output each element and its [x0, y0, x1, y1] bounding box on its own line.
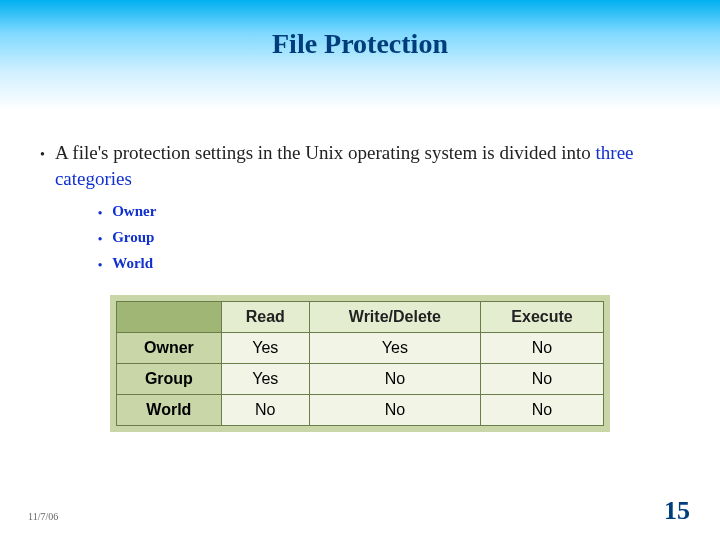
table-cell: No: [309, 364, 480, 395]
bullet-dot-icon: •: [40, 146, 45, 165]
col-header: Write/Delete: [309, 302, 480, 333]
row-header: Owner: [117, 333, 222, 364]
permissions-table-wrap: Read Write/Delete Execute Owner Yes Yes …: [110, 295, 610, 432]
bullet-dot-icon: •: [98, 206, 102, 221]
category-label: World: [112, 255, 153, 272]
category-item: • Owner: [98, 203, 680, 221]
table-cell: No: [481, 333, 604, 364]
row-header: World: [117, 395, 222, 426]
table-header-row: Read Write/Delete Execute: [117, 302, 604, 333]
col-header: Execute: [481, 302, 604, 333]
footer-page-number: 15: [664, 496, 690, 526]
category-label: Group: [112, 229, 154, 246]
category-item: • World: [98, 255, 680, 273]
category-list: • Owner • Group • World: [98, 203, 680, 273]
main-bullet: • A file's protection settings in the Un…: [40, 140, 680, 191]
category-label: Owner: [112, 203, 156, 220]
table-cell: No: [221, 395, 309, 426]
table-cell: Yes: [221, 333, 309, 364]
table-cell: No: [309, 395, 480, 426]
slide-title: File Protection: [0, 28, 720, 60]
table-row: Owner Yes Yes No: [117, 333, 604, 364]
bullet-dot-icon: •: [98, 232, 102, 247]
table-cell: Yes: [221, 364, 309, 395]
table-cell: No: [481, 395, 604, 426]
table-corner: [117, 302, 222, 333]
table-row: World No No No: [117, 395, 604, 426]
main-bullet-text: A file's protection settings in the Unix…: [55, 140, 680, 191]
table-row: Group Yes No No: [117, 364, 604, 395]
permissions-table: Read Write/Delete Execute Owner Yes Yes …: [116, 301, 604, 426]
table-cell: Yes: [309, 333, 480, 364]
bullet-pre: A file's protection settings in the Unix…: [55, 142, 596, 163]
bullet-dot-icon: •: [98, 258, 102, 273]
table-cell: No: [481, 364, 604, 395]
col-header: Read: [221, 302, 309, 333]
footer-date: 11/7/06: [28, 511, 58, 522]
content-area: • A file's protection settings in the Un…: [0, 110, 720, 432]
category-item: • Group: [98, 229, 680, 247]
row-header: Group: [117, 364, 222, 395]
